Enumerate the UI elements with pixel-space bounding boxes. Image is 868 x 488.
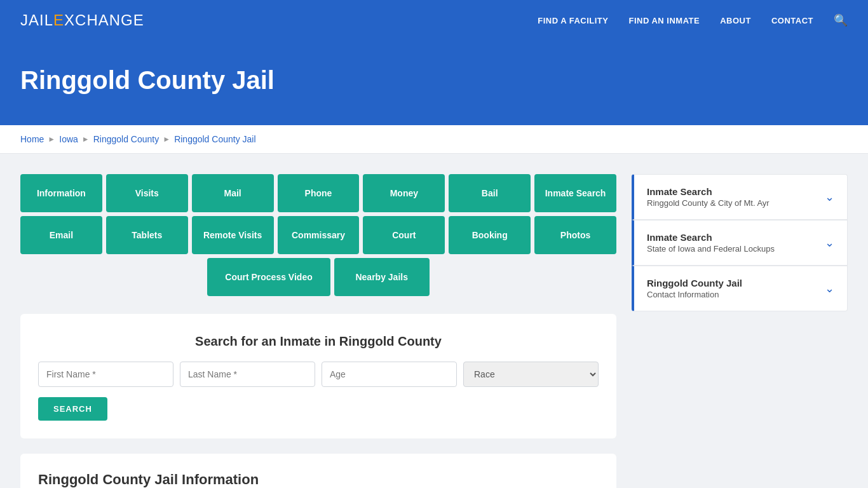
hero-banner: Ringgold County Jail xyxy=(0,41,868,125)
btn-bail[interactable]: Bail xyxy=(449,174,531,212)
btn-visits[interactable]: Visits xyxy=(106,174,188,212)
btn-court[interactable]: Court xyxy=(363,216,445,254)
button-grid-row3: Court Process Video Nearby Jails xyxy=(20,258,616,296)
page-title: Ringgold County Jail xyxy=(20,66,848,95)
btn-booking[interactable]: Booking xyxy=(449,216,531,254)
chevron-down-icon-1: ⌄ xyxy=(825,190,834,204)
logo-jail: JAIL xyxy=(20,11,53,29)
breadcrumb-sep-2: ► xyxy=(82,135,90,144)
sidebar-contact-info[interactable]: Ringgold County Jail Contact Information… xyxy=(632,266,848,311)
search-icon[interactable]: 🔍 xyxy=(834,13,848,27)
sidebar-card-text-1: Inmate Search Ringgold County & City of … xyxy=(647,186,770,208)
btn-nearby-jails[interactable]: Nearby Jails xyxy=(334,258,430,296)
navbar: JAILEXCHANGE FIND A FACILITY FIND AN INM… xyxy=(0,0,868,41)
sidebar-inmate-search-iowa[interactable]: Inmate Search State of Iowa and Federal … xyxy=(632,220,848,266)
search-inputs: Race White Black Hispanic Asian Native A… xyxy=(38,362,599,387)
breadcrumb-sep-3: ► xyxy=(163,135,170,144)
sidebar-card-subtitle-3: Contact Information xyxy=(647,290,742,299)
btn-court-process-video[interactable]: Court Process Video xyxy=(207,258,330,296)
find-facility-link[interactable]: FIND A FACILITY xyxy=(538,16,608,25)
age-input[interactable] xyxy=(322,362,457,387)
chevron-down-icon-2: ⌄ xyxy=(825,236,834,250)
button-grid-row2: Email Tablets Remote Visits Commissary C… xyxy=(20,216,616,254)
site-logo[interactable]: JAILEXCHANGE xyxy=(20,11,144,29)
sidebar-card-text-2: Inmate Search State of Iowa and Federal … xyxy=(647,232,775,254)
btn-inmate-search[interactable]: Inmate Search xyxy=(534,174,616,212)
left-column: Information Visits Mail Phone Money Bail… xyxy=(20,174,616,488)
sidebar-card-text-3: Ringgold County Jail Contact Information xyxy=(647,278,742,299)
right-sidebar: Inmate Search Ringgold County & City of … xyxy=(632,174,848,311)
breadcrumb-iowa[interactable]: Iowa xyxy=(59,134,78,144)
btn-photos[interactable]: Photos xyxy=(534,216,616,254)
sidebar-card-title-1: Inmate Search xyxy=(647,186,770,197)
search-card: Search for an Inmate in Ringgold County … xyxy=(20,314,616,438)
search-title: Search for an Inmate in Ringgold County xyxy=(38,334,599,349)
btn-email[interactable]: Email xyxy=(20,216,102,254)
breadcrumb-ringgold-county[interactable]: Ringgold County xyxy=(93,134,159,144)
logo-e: E xyxy=(53,11,64,29)
about-link[interactable]: ABOUT xyxy=(720,16,751,25)
sidebar-card-subtitle-2: State of Iowa and Federal Lockups xyxy=(647,244,775,254)
btn-money[interactable]: Money xyxy=(363,174,445,212)
race-select[interactable]: Race White Black Hispanic Asian Native A… xyxy=(463,362,599,387)
search-button[interactable]: SEARCH xyxy=(38,397,107,421)
breadcrumb-sep-1: ► xyxy=(48,135,55,144)
info-section-title: Ringgold County Jail Information xyxy=(38,471,599,488)
btn-tablets[interactable]: Tablets xyxy=(106,216,188,254)
sidebar-inmate-search-ringgold[interactable]: Inmate Search Ringgold County & City of … xyxy=(632,174,848,220)
btn-remote-visits[interactable]: Remote Visits xyxy=(192,216,274,254)
breadcrumb-ringgold-jail[interactable]: Ringgold County Jail xyxy=(174,134,255,144)
btn-information[interactable]: Information xyxy=(20,174,102,212)
breadcrumb-home[interactable]: Home xyxy=(20,134,44,144)
find-inmate-link[interactable]: FIND AN INMATE xyxy=(628,16,700,25)
logo-xchange: XCHANGE xyxy=(64,11,144,29)
sidebar-card-subtitle-1: Ringgold County & City of Mt. Ayr xyxy=(647,198,770,208)
contact-link[interactable]: CONTACT xyxy=(771,16,813,25)
breadcrumb: Home ► Iowa ► Ringgold County ► Ringgold… xyxy=(20,134,848,144)
chevron-down-icon-3: ⌄ xyxy=(825,281,834,295)
btn-mail[interactable]: Mail xyxy=(192,174,274,212)
last-name-input[interactable] xyxy=(180,362,315,387)
sidebar-card-title-3: Ringgold County Jail xyxy=(647,278,742,288)
btn-phone[interactable]: Phone xyxy=(278,174,360,212)
breadcrumb-bar: Home ► Iowa ► Ringgold County ► Ringgold… xyxy=(0,125,868,154)
info-section: Ringgold County Jail Information xyxy=(20,454,616,488)
first-name-input[interactable] xyxy=(38,362,173,387)
button-grid-row1: Information Visits Mail Phone Money Bail… xyxy=(20,174,616,212)
navbar-links: FIND A FACILITY FIND AN INMATE ABOUT CON… xyxy=(538,13,848,27)
btn-commissary[interactable]: Commissary xyxy=(278,216,360,254)
sidebar-card-title-2: Inmate Search xyxy=(647,232,775,243)
main-content: Information Visits Mail Phone Money Bail… xyxy=(0,154,868,488)
